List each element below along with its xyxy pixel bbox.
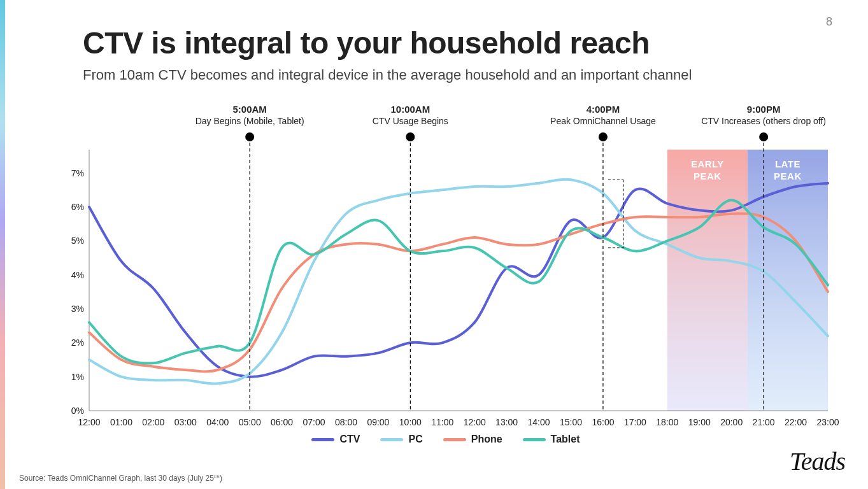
y-tick: 6% — [59, 202, 84, 212]
x-tick: 09:00 — [362, 417, 394, 427]
svg-rect-0 — [667, 150, 748, 411]
y-tick: 1% — [59, 372, 84, 382]
svg-point-5 — [245, 132, 254, 141]
x-tick: 05:00 — [234, 417, 266, 427]
x-tick: 20:00 — [716, 417, 748, 427]
legend-swatch — [311, 438, 334, 441]
x-tick: 06:00 — [266, 417, 298, 427]
x-tick: 18:00 — [651, 417, 683, 427]
x-tick: 04:00 — [202, 417, 234, 427]
brand-logo: Teads — [790, 446, 845, 476]
chart-svg — [57, 92, 834, 449]
svg-point-11 — [759, 132, 768, 141]
y-tick: 5% — [59, 236, 84, 246]
legend-label: Phone — [471, 434, 502, 445]
legend-item: PC — [380, 434, 422, 445]
x-tick: 16:00 — [587, 417, 619, 427]
legend-swatch — [523, 438, 546, 441]
x-tick: 07:00 — [298, 417, 330, 427]
legend-swatch — [443, 438, 466, 441]
x-tick: 17:00 — [619, 417, 651, 427]
page-subtitle: From 10am CTV becomes and integral devic… — [83, 67, 692, 83]
annotation: 9:00PMCTV Increases (others drop off) — [700, 104, 827, 127]
x-tick: 12:00 — [73, 417, 105, 427]
annotation: 5:00AMDay Begins (Mobile, Tablet) — [186, 104, 313, 127]
x-tick: 02:00 — [138, 417, 169, 427]
x-tick: 01:00 — [105, 417, 137, 427]
page-number: 8 — [826, 15, 832, 29]
svg-point-7 — [406, 132, 415, 141]
annotation: 10:00AMCTV Usage Begins — [346, 104, 474, 127]
legend: CTVPCPhoneTablet — [57, 432, 834, 446]
accent-bar — [0, 0, 5, 489]
x-tick: 12:00 — [459, 417, 490, 427]
legend-item: Phone — [443, 434, 502, 445]
x-tick: 23:00 — [812, 417, 844, 427]
x-tick: 13:00 — [491, 417, 523, 427]
svg-point-9 — [599, 132, 608, 141]
x-tick: 11:00 — [427, 417, 459, 427]
y-tick: 2% — [59, 337, 84, 348]
y-tick: 0% — [59, 406, 84, 416]
x-tick: 14:00 — [523, 417, 555, 427]
legend-label: CTV — [339, 434, 360, 445]
x-tick: 21:00 — [748, 417, 779, 427]
legend-label: PC — [408, 434, 422, 445]
x-tick: 15:00 — [555, 417, 587, 427]
source-text: Source: Teads OmniChannel Graph, last 30… — [19, 474, 222, 483]
legend-item: CTV — [311, 434, 360, 445]
x-tick: 19:00 — [683, 417, 715, 427]
y-tick: 7% — [59, 168, 84, 178]
x-tick: 22:00 — [780, 417, 812, 427]
chart: 0%1%2%3%4%5%6%7%12:0001:0002:0003:0004:0… — [57, 92, 834, 449]
legend-item: Tablet — [523, 434, 580, 445]
peak-label: EARLYPEAK — [669, 159, 746, 183]
page-title: CTV is integral to your household reach — [83, 25, 650, 60]
peak-label: LATEPEAK — [750, 159, 826, 183]
x-tick: 08:00 — [330, 417, 362, 427]
x-tick: 10:00 — [394, 417, 426, 427]
legend-label: Tablet — [551, 434, 580, 445]
legend-swatch — [380, 438, 403, 441]
y-tick: 4% — [59, 270, 84, 280]
x-tick: 03:00 — [169, 417, 201, 427]
y-tick: 3% — [59, 304, 84, 314]
annotation: 4:00PMPeak OmniChannel Usage — [539, 104, 667, 127]
